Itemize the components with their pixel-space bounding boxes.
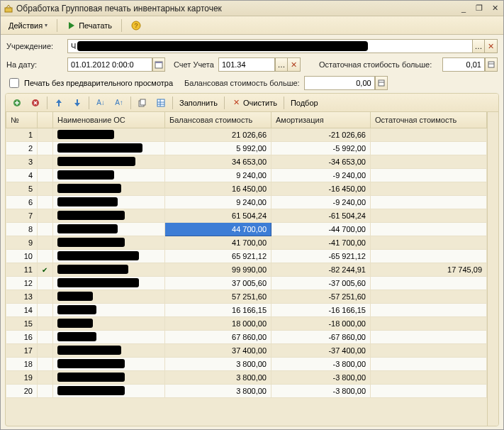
cell-balance[interactable]: 41 700,00	[165, 236, 271, 249]
clear-grid-button[interactable]: ✕ Очистить	[228, 96, 281, 110]
cell-residual[interactable]	[371, 303, 487, 316]
cell-balance[interactable]: 3 800,00	[165, 370, 271, 384]
cell-check[interactable]	[38, 276, 53, 290]
table-row[interactable]: 844 700,00-44 700,00	[6, 222, 487, 236]
table-row[interactable]: 941 700,00-41 700,00	[6, 236, 487, 249]
cell-residual[interactable]	[371, 141, 487, 155]
cell-residual[interactable]	[371, 249, 487, 263]
table-row[interactable]: 193 800,00-3 800,00	[6, 370, 487, 384]
table-row[interactable]: 25 992,00-5 992,00	[6, 141, 487, 155]
cell-residual[interactable]	[371, 236, 487, 249]
cell-balance[interactable]: 9 240,00	[165, 195, 271, 209]
cell-check[interactable]: ✔	[38, 263, 53, 276]
cell-num[interactable]: 11	[6, 263, 38, 276]
col-bal[interactable]: Балансовая стоимость	[165, 112, 271, 128]
cell-amort[interactable]: -44 700,00	[271, 222, 371, 236]
cell-check[interactable]	[38, 222, 53, 236]
cell-name[interactable]	[53, 209, 165, 222]
cell-check[interactable]	[38, 357, 53, 370]
cell-amort[interactable]: -9 240,00	[271, 195, 371, 209]
delete-row-button[interactable]	[27, 96, 44, 110]
cell-name[interactable]	[53, 316, 165, 330]
cell-name[interactable]	[53, 141, 165, 155]
cell-name[interactable]	[53, 384, 165, 397]
cell-balance[interactable]: 65 921,12	[165, 249, 271, 263]
cell-num[interactable]: 19	[6, 370, 38, 384]
cell-name[interactable]	[53, 303, 165, 316]
cell-balance[interactable]: 5 992,00	[165, 141, 271, 155]
cell-num[interactable]: 16	[6, 330, 38, 343]
cell-check[interactable]	[38, 330, 53, 343]
table-row[interactable]: 1237 005,60-37 005,60	[6, 276, 487, 290]
cell-amort[interactable]: -34 653,00	[271, 155, 371, 168]
fill-button[interactable]: Заполнить	[176, 97, 221, 109]
table-row[interactable]: 1357 251,60-57 251,60	[6, 290, 487, 303]
cell-amort[interactable]: -5 992,00	[271, 141, 371, 155]
cell-balance[interactable]: 16 450,00	[165, 182, 271, 195]
cell-balance[interactable]: 3 800,00	[165, 384, 271, 397]
cell-num[interactable]: 18	[6, 357, 38, 370]
cell-residual[interactable]	[371, 290, 487, 303]
cell-amort[interactable]: -67 860,00	[271, 330, 371, 343]
minimize-button[interactable]: _	[458, 4, 469, 13]
table-row[interactable]: 183 800,00-3 800,00	[6, 357, 487, 370]
cell-balance[interactable]: 67 860,00	[165, 330, 271, 343]
cell-amort[interactable]: -18 000,00	[271, 316, 371, 330]
cell-amort[interactable]: -57 251,60	[271, 290, 371, 303]
cell-residual[interactable]	[371, 182, 487, 195]
cell-residual[interactable]	[371, 370, 487, 384]
cell-check[interactable]	[38, 303, 53, 316]
cell-residual[interactable]	[371, 209, 487, 222]
calendar-button[interactable]	[152, 57, 165, 72]
cell-num[interactable]: 4	[6, 168, 38, 182]
cell-amort[interactable]: -21 026,66	[271, 128, 371, 141]
table-row[interactable]: 121 026,66-21 026,66	[6, 128, 487, 141]
cell-amort[interactable]: -3 800,00	[271, 370, 371, 384]
bal-calc-button[interactable]	[375, 76, 388, 90]
cell-name[interactable]	[53, 222, 165, 236]
ost-input[interactable]	[442, 57, 485, 72]
help-button[interactable]: ?	[126, 18, 146, 33]
cell-amort[interactable]: -82 244,91	[271, 263, 371, 276]
cell-name[interactable]	[53, 357, 165, 370]
cell-residual[interactable]: 17 745,09	[371, 263, 487, 276]
cell-balance[interactable]: 44 700,00	[165, 222, 271, 236]
cell-amort[interactable]: -37 400,00	[271, 343, 371, 357]
cell-balance[interactable]: 18 000,00	[165, 316, 271, 330]
cell-name[interactable]	[53, 236, 165, 249]
schet-input[interactable]	[218, 57, 275, 72]
cell-check[interactable]	[38, 236, 53, 249]
vertical-scrollbar[interactable]	[487, 112, 498, 426]
cell-num[interactable]: 8	[6, 222, 38, 236]
cell-residual[interactable]	[371, 316, 487, 330]
cell-num[interactable]: 15	[6, 316, 38, 330]
cell-amort[interactable]: -61 504,24	[271, 209, 371, 222]
cell-amort[interactable]: -9 240,00	[271, 168, 371, 182]
cell-amort[interactable]: -37 005,60	[271, 276, 371, 290]
cell-num[interactable]: 10	[6, 249, 38, 263]
cell-check[interactable]	[38, 128, 53, 141]
table-row[interactable]: 1518 000,00-18 000,00	[6, 316, 487, 330]
col-num[interactable]: №	[6, 112, 38, 128]
cell-num[interactable]: 5	[6, 182, 38, 195]
cell-num[interactable]: 2	[6, 141, 38, 155]
schet-ellipsis-button[interactable]: …	[275, 57, 288, 72]
cell-name[interactable]	[53, 263, 165, 276]
cell-residual[interactable]	[371, 276, 487, 290]
cell-check[interactable]	[38, 290, 53, 303]
move-down-button[interactable]	[69, 96, 86, 110]
schet-clear-button[interactable]: ✕	[288, 57, 301, 72]
cell-check[interactable]	[38, 370, 53, 384]
bal-input[interactable]	[304, 76, 375, 90]
pick-button[interactable]: Подбор	[287, 97, 322, 109]
cell-check[interactable]	[38, 384, 53, 397]
table-row[interactable]: 1065 921,12-65 921,12	[6, 249, 487, 263]
date-input[interactable]	[67, 57, 152, 72]
table-row[interactable]: 516 450,00-16 450,00	[6, 182, 487, 195]
cell-residual[interactable]	[371, 222, 487, 236]
cell-check[interactable]	[38, 182, 53, 195]
cell-residual[interactable]	[371, 168, 487, 182]
cell-check[interactable]	[38, 209, 53, 222]
cell-balance[interactable]: 37 005,60	[165, 276, 271, 290]
cell-name[interactable]	[53, 370, 165, 384]
